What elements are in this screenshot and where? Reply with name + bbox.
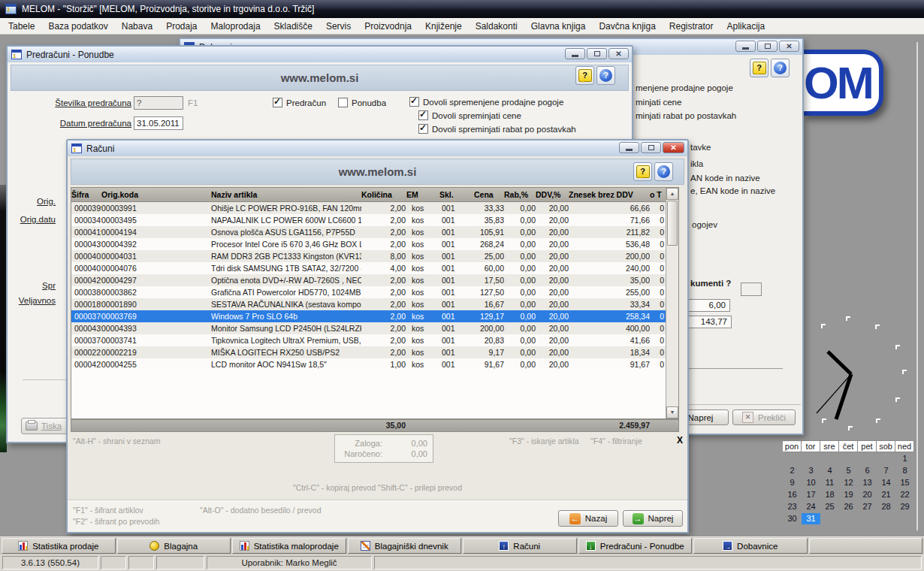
calendar-date[interactable]: 15	[895, 477, 914, 488]
nazaj-button[interactable]: ← Nazaj	[558, 510, 618, 527]
table-row[interactable]: 00004031 00004031 RAM DDR3 2GB PC1333 Ki…	[71, 250, 678, 262]
close-button[interactable]: ✕	[663, 142, 684, 153]
calendar-date[interactable]: 30	[783, 513, 802, 524]
table-row[interactable]: 00003769 00003769 Windows 7 Pro SLO 64b …	[71, 310, 678, 322]
taskbar-button[interactable]: Blagajniški dnevnik	[348, 538, 462, 554]
table-row[interactable]: 00004076 00004076 Tdri disk SAMSUNG 1TB …	[71, 262, 678, 274]
calendar-date[interactable]	[858, 453, 877, 464]
menu-item[interactable]: Registrator	[663, 20, 720, 33]
maximize-button[interactable]	[587, 48, 607, 59]
menu-item[interactable]: Proizvodnja	[358, 20, 418, 33]
menu-item[interactable]: Maloprodaja	[204, 20, 267, 33]
calendar-date[interactable]: 11	[820, 477, 839, 488]
calendar-date[interactable]	[820, 453, 839, 464]
taskbar-button[interactable]	[809, 538, 923, 554]
calendar-date[interactable]: 5	[839, 465, 858, 476]
table-row[interactable]: 00004194 00004194 Osnova plošča ASUS LGA…	[71, 226, 678, 238]
calendar-date[interactable]: 6	[858, 465, 877, 476]
menu-item[interactable]: Skladišče	[267, 20, 319, 33]
maximize-button[interactable]	[757, 41, 778, 52]
column-header[interactable]: Znesek brez DDV	[569, 188, 650, 201]
scroll-up-icon[interactable]: ▲	[666, 188, 678, 200]
table-row[interactable]: 00002219 00002219 MIŠKA LOGITECH RX250 U…	[71, 346, 678, 358]
calendar-date[interactable]: 22	[895, 489, 914, 500]
help-button[interactable]: ?	[654, 162, 673, 181]
calendar-date[interactable]: 7	[877, 465, 895, 476]
column-header[interactable]: Rab,%	[504, 188, 536, 201]
calendar-date[interactable]: 24	[802, 501, 820, 512]
calendar-date[interactable]	[877, 513, 895, 524]
calendar-date[interactable]: 18	[820, 489, 839, 500]
calendar-date[interactable]: 2	[783, 465, 802, 476]
calendar-date[interactable]: 12	[839, 477, 858, 488]
column-header[interactable]: EM	[406, 188, 439, 201]
table-row[interactable]: 00003991 00003991 Ohišje LC POWER PRO-91…	[71, 202, 678, 214]
menu-item[interactable]: Nabava	[115, 20, 159, 33]
column-header[interactable]: Cena	[474, 188, 504, 201]
table-row[interactable]: 00004255 00004255 LCD monitor AOC N941Sw…	[71, 358, 678, 370]
calendar-date[interactable]: 21	[877, 489, 895, 500]
calendar-date[interactable]: 10	[802, 477, 820, 488]
calendar-date[interactable]: 16	[783, 489, 802, 500]
help-button[interactable]: ?	[771, 59, 790, 77]
column-header[interactable]: o T	[650, 188, 667, 201]
calendar-date[interactable]: 17	[802, 489, 820, 500]
calendar-date[interactable]: 8	[895, 465, 914, 476]
column-header[interactable]: Količina	[361, 188, 406, 201]
column-header[interactable]: Naziv artikla	[211, 188, 361, 201]
menu-item[interactable]: Baza podatkov	[41, 20, 114, 33]
table-row[interactable]: 00004297 00004297 Optična enota DVD+/-RW…	[71, 274, 678, 286]
menu-item[interactable]: Davčna knjiga	[592, 20, 662, 33]
maximize-button[interactable]	[641, 142, 661, 153]
taskbar-button[interactable]: Dobavnice	[693, 538, 808, 554]
calendar-date[interactable]	[839, 453, 858, 464]
calendar-date[interactable]	[839, 513, 858, 524]
column-header[interactable]: Skl.	[439, 188, 474, 201]
menu-item[interactable]: Prodaja	[159, 20, 204, 33]
quick-help-button[interactable]: ?	[750, 59, 768, 77]
ponudba-checkbox[interactable]	[338, 98, 348, 107]
scroll-down-icon[interactable]: ▼	[666, 406, 678, 418]
naprej-button[interactable]: → Naprej	[623, 510, 683, 527]
menu-item[interactable]: Knjiženje	[418, 20, 469, 33]
calendar-date[interactable]: 13	[858, 477, 877, 488]
calendar-date[interactable]	[877, 453, 895, 464]
menu-item[interactable]: Glavna knjiga	[524, 20, 593, 33]
calendar-date[interactable]: 25	[820, 501, 839, 512]
menu-item[interactable]: Servis	[319, 20, 358, 33]
taskbar-button[interactable]: Statistika prodaje	[2, 538, 116, 554]
predracun-checkbox[interactable]	[273, 98, 282, 107]
calendar-date[interactable]: 14	[877, 477, 895, 488]
table-row[interactable]: 00003495 00003495 NAPAJALNIK LC POWER 60…	[71, 214, 678, 226]
taskbar-button[interactable]: Blagajna	[117, 538, 231, 554]
taskbar-button[interactable]: Predračuni - Ponudbe	[578, 538, 693, 554]
calendar-date[interactable]: 26	[839, 501, 858, 512]
taskbar-button[interactable]: Statistika maloprodaje	[232, 538, 346, 554]
table-row[interactable]: 00003741 00003741 Tipkovnica Logitech Ul…	[71, 334, 678, 346]
calendar-date[interactable]	[783, 453, 802, 464]
table-row[interactable]: 00001890 00001890 SESTAVA RAČUNALNIKA (s…	[71, 298, 678, 310]
calendar-date[interactable]: 9	[783, 477, 802, 488]
minimize-button[interactable]	[565, 48, 585, 59]
stevilka-input[interactable]: ?	[134, 96, 183, 110]
calendar-date[interactable]: 4	[820, 465, 839, 476]
print-button[interactable]: Tiska	[21, 418, 71, 434]
quick-help-button[interactable]: ?	[575, 66, 594, 85]
calendar-date[interactable]: 29	[895, 501, 914, 512]
calendar-date[interactable]: 1	[895, 453, 914, 464]
scrollbar-thumb[interactable]	[667, 201, 678, 246]
dobavnice-preklici-button[interactable]: ✕ Prekliči	[732, 409, 796, 425]
calendar-date[interactable]	[858, 513, 877, 524]
menu-item[interactable]: Tabele	[2, 20, 41, 33]
table-row[interactable]: 00004393 00004393 Monitor Samsung LCD P2…	[71, 322, 678, 334]
column-header[interactable]: Orig.koda	[101, 188, 211, 201]
menu-item[interactable]: Saldakonti	[469, 20, 524, 33]
column-header[interactable]: DDV,%	[536, 188, 569, 201]
help-button[interactable]: ?	[596, 66, 615, 85]
dovoli-pogoje-checkbox[interactable]	[409, 97, 419, 107]
minimize-button[interactable]	[619, 142, 639, 153]
minimize-button[interactable]	[735, 41, 756, 52]
taskbar-button[interactable]: Računi	[463, 538, 577, 554]
calendar-date[interactable]: 27	[858, 501, 877, 512]
calendar-date[interactable]: 31	[802, 513, 820, 524]
